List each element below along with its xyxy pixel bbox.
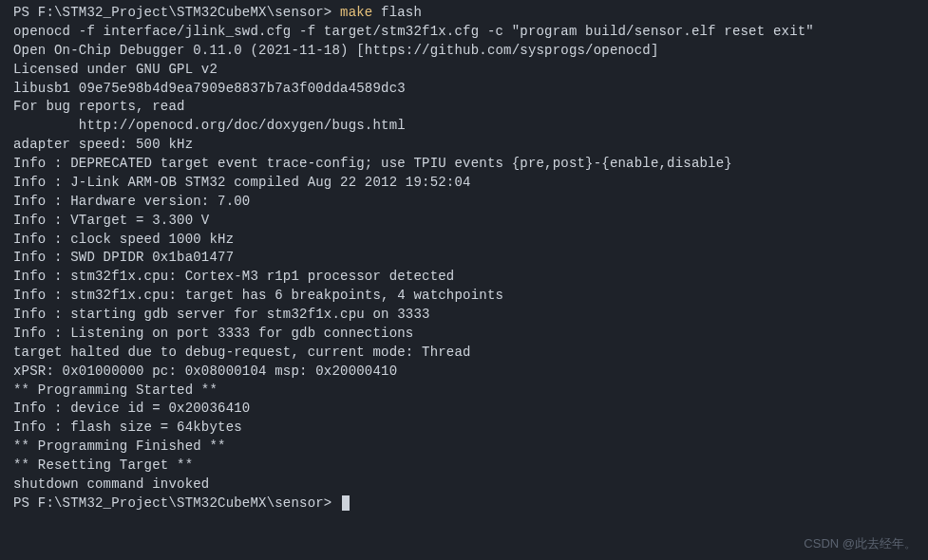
output-line: Info : Hardware version: 7.00 bbox=[13, 193, 915, 212]
output-line: Info : stm32f1x.cpu: Cortex-M3 r1p1 proc… bbox=[13, 268, 915, 287]
output-line: Open On-Chip Debugger 0.11.0 (2021-11-18… bbox=[13, 42, 915, 61]
prompt-line-1: PS F:\STM32_Project\STM32CubeMX\sensor> … bbox=[13, 4, 915, 23]
output-line: adapter speed: 500 kHz bbox=[13, 136, 915, 155]
output-line: Info : device id = 0x20036410 bbox=[13, 400, 915, 419]
output-line: target halted due to debug-request, curr… bbox=[13, 344, 915, 363]
command-rest: flash bbox=[372, 5, 422, 20]
output-line: Info : starting gdb server for stm32f1x.… bbox=[13, 306, 915, 325]
output-line: Info : J-Link ARM-OB STM32 compiled Aug … bbox=[13, 174, 915, 193]
command-highlight: make bbox=[340, 5, 372, 20]
output-line: Info : DEPRECATED target event trace-con… bbox=[13, 155, 915, 174]
output-line: ** Resetting Target ** bbox=[13, 457, 915, 476]
output-line: Info : SWD DPIDR 0x1ba01477 bbox=[13, 249, 915, 268]
output-line: libusb1 09e75e98b4d9ea7909e8837b7a3f00dd… bbox=[13, 80, 915, 99]
prompt-path: PS F:\STM32_Project\STM32CubeMX\sensor> bbox=[13, 495, 340, 511]
prompt-path: PS F:\STM32_Project\STM32CubeMX\sensor> bbox=[13, 5, 340, 20]
output-line: xPSR: 0x01000000 pc: 0x08000104 msp: 0x2… bbox=[13, 363, 915, 382]
cursor-icon bbox=[342, 495, 350, 511]
prompt-line-2[interactable]: PS F:\STM32_Project\STM32CubeMX\sensor> bbox=[13, 495, 915, 513]
output-line: ** Programming Finished ** bbox=[13, 438, 915, 457]
output-line: ** Programming Started ** bbox=[13, 382, 915, 401]
output-line: Info : Listening on port 3333 for gdb co… bbox=[13, 325, 915, 344]
output-line: Info : stm32f1x.cpu: target has 6 breakp… bbox=[13, 287, 915, 306]
output-line: Licensed under GNU GPL v2 bbox=[13, 61, 915, 80]
output-line: Info : flash size = 64kbytes bbox=[13, 419, 915, 438]
output-line: shutdown command invoked bbox=[13, 476, 915, 495]
output-line: Info : clock speed 1000 kHz bbox=[13, 231, 915, 250]
output-line: openocd -f interface/jlink_swd.cfg -f ta… bbox=[13, 23, 915, 42]
watermark: CSDN @此去经年。 bbox=[804, 535, 917, 552]
output-line: For bug reports, read bbox=[13, 98, 915, 117]
output-line: http://openocd.org/doc/doxygen/bugs.html bbox=[13, 117, 915, 136]
output-line: Info : VTarget = 3.300 V bbox=[13, 212, 915, 231]
